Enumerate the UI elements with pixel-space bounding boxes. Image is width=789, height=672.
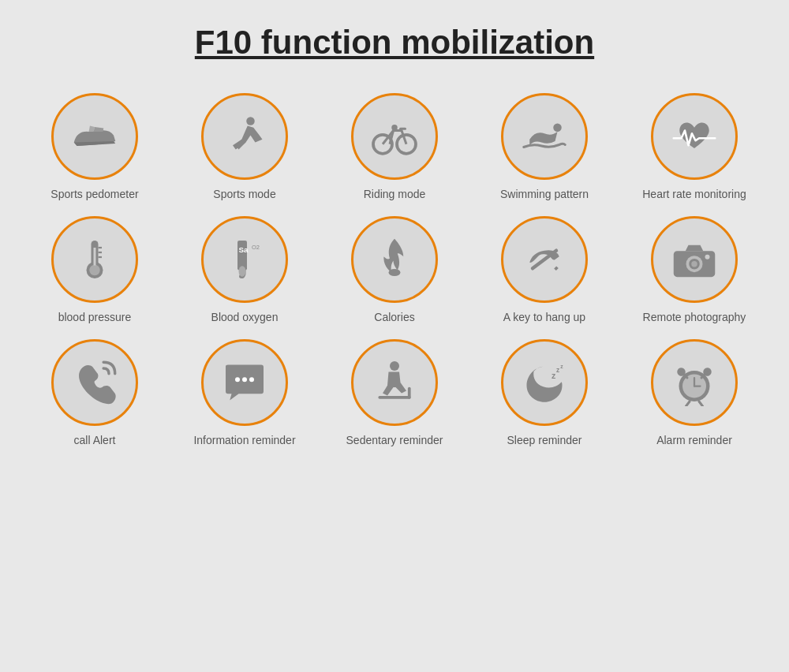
heartrate-icon-circle (651, 93, 738, 180)
fire-icon-circle (351, 216, 438, 303)
feature-label-swimming-pattern: Swimming pattern (500, 188, 589, 200)
hangup-icon-circle (501, 216, 588, 303)
feature-item-remote-photography: Remote photography (623, 216, 765, 323)
feature-item-sports-pedometer: Sports pedometer (24, 93, 166, 200)
feature-label-remote-photography: Remote photography (643, 311, 746, 323)
page-title: F10 function mobilization (195, 24, 594, 62)
bloodoxygen-icon-circle: Sa O2 (201, 216, 288, 303)
feature-item-call-alert: call Alert (24, 339, 166, 446)
features-grid: Sports pedometer Sports mode Riding mode… (24, 93, 765, 446)
svg-text:z: z (552, 371, 555, 380)
camera-icon-circle (651, 216, 738, 303)
feature-item-blood-pressure: blood pressure (24, 216, 166, 323)
feature-item-heart-rate-monitoring: Heart rate monitoring (623, 93, 765, 200)
svg-point-23 (705, 255, 710, 259)
svg-line-42 (699, 401, 703, 406)
shoe-icon-circle (51, 93, 138, 180)
svg-point-13 (239, 266, 246, 277)
feature-label-sleep-reminder: Sleep reminder (507, 434, 582, 446)
feature-label-calories: Calories (374, 311, 414, 323)
feature-label-hang-up: A key to hang up (503, 311, 585, 323)
sedentary-icon-circle (351, 339, 438, 426)
thermometer-icon-circle (51, 216, 138, 303)
phone-icon-circle (51, 339, 138, 426)
feature-item-riding-mode: Riding mode (323, 93, 466, 200)
feature-label-sports-pedometer: Sports pedometer (50, 188, 138, 200)
feature-item-hang-up: A key to hang up (473, 216, 615, 323)
swim-icon-circle (501, 93, 588, 180)
svg-text:O2: O2 (252, 244, 260, 251)
svg-text:z: z (560, 364, 563, 369)
svg-text:z: z (556, 367, 559, 374)
feature-item-blood-oxygen: Sa O2 Blood oxygen (174, 216, 316, 323)
feature-item-swimming-pattern: Swimming pattern (473, 93, 615, 200)
svg-point-4 (553, 124, 562, 133)
svg-point-22 (691, 261, 697, 267)
feature-item-sleep-reminder: z z z Sleep reminder (473, 339, 615, 446)
run-icon-circle (201, 93, 288, 180)
svg-point-0 (246, 117, 255, 125)
svg-point-27 (390, 361, 399, 371)
bike-icon-circle (351, 93, 438, 180)
feature-item-calories: Calories (323, 216, 466, 323)
message-icon-circle (201, 339, 288, 426)
svg-line-41 (686, 401, 690, 406)
feature-item-sports-mode: Sports mode (174, 93, 316, 200)
svg-point-26 (249, 377, 254, 382)
feature-label-sports-mode: Sports mode (213, 188, 275, 200)
feature-label-blood-pressure: blood pressure (58, 311, 132, 323)
feature-item-sedentary-reminder: Sedentary reminder (323, 339, 466, 446)
feature-label-information-reminder: Information reminder (193, 434, 295, 446)
svg-point-16 (389, 269, 401, 276)
svg-point-7 (89, 265, 100, 276)
feature-label-blood-oxygen: Blood oxygen (211, 311, 279, 323)
feature-label-call-alert: call Alert (74, 434, 116, 446)
feature-label-alarm-reminder: Alarm reminder (656, 434, 732, 446)
svg-rect-8 (94, 248, 96, 266)
sleep-icon-circle: z z z (501, 339, 588, 426)
svg-point-25 (242, 377, 247, 382)
feature-item-information-reminder: Information reminder (174, 339, 316, 446)
svg-line-18 (555, 267, 558, 270)
feature-label-sedentary-reminder: Sedentary reminder (346, 434, 443, 446)
svg-text:Sa: Sa (239, 245, 249, 254)
feature-label-riding-mode: Riding mode (364, 188, 426, 200)
feature-label-heart-rate-monitoring: Heart rate monitoring (642, 188, 746, 200)
svg-point-24 (235, 377, 240, 382)
alarm-icon-circle (651, 339, 738, 426)
feature-item-alarm-reminder: Alarm reminder (623, 339, 765, 446)
